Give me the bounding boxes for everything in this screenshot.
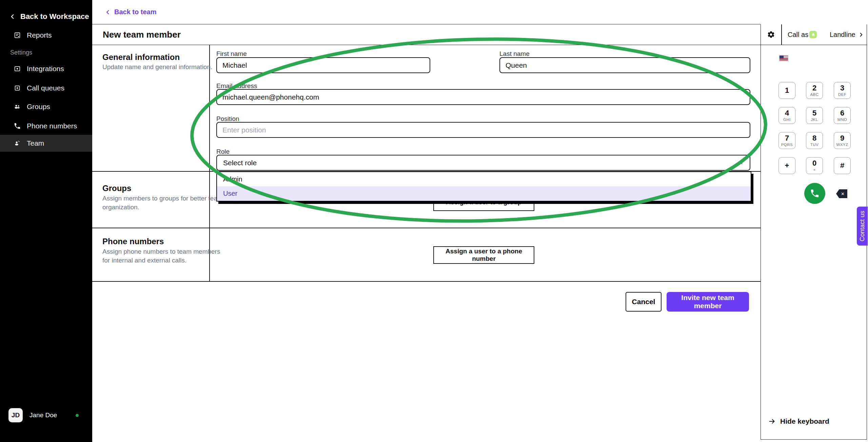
role-select-value: Select role — [223, 159, 257, 167]
dialpad-key-9[interactable]: 9WXYZ — [834, 132, 851, 149]
key-digit: 3 — [840, 84, 844, 92]
dialpad-key-6[interactable]: 6MNO — [834, 107, 851, 124]
assign-phone-button[interactable]: Assign a user to a phone number — [433, 246, 534, 264]
key-digit: 0 — [812, 160, 816, 167]
sidebar-item-label: Groups — [27, 103, 50, 111]
reports-icon — [14, 31, 21, 39]
sidebar-item-team[interactable]: Team — [0, 135, 92, 152]
dialpad-key-5[interactable]: 5JKL — [806, 107, 823, 124]
key-letters: DEF — [838, 92, 847, 97]
key-digit: 5 — [812, 109, 816, 117]
titlebar: New team member — [92, 24, 761, 45]
arrow-right-icon — [768, 418, 776, 425]
call-as-label: Call as — [788, 31, 808, 39]
last-name-input[interactable] — [499, 57, 750, 73]
position-label: Position — [216, 115, 239, 123]
email-input[interactable] — [216, 89, 750, 105]
role-label: Role — [216, 148, 230, 155]
sidebar-item-phone-numbers[interactable]: Phone numbers — [0, 119, 92, 133]
current-user[interactable]: JD Jane Doe — [8, 408, 81, 422]
invite-button[interactable]: Invite new team member — [667, 292, 749, 312]
house-icon — [811, 33, 815, 37]
topbar-separator — [781, 24, 782, 45]
position-input[interactable] — [216, 122, 750, 138]
key-digit: 9 — [840, 134, 844, 142]
chevron-up-icon — [737, 160, 744, 166]
dialpad-key-1[interactable]: 1 — [778, 82, 795, 99]
dialpad-key-7[interactable]: 7PQRS — [778, 132, 795, 149]
dialpad-key-3[interactable]: 3DEF — [834, 82, 851, 99]
key-letters: + — [813, 168, 815, 172]
phone-numbers-icon — [14, 122, 21, 130]
key-digit: + — [785, 162, 789, 169]
sidebar-item-label: Phone numbers — [27, 122, 77, 130]
dialpad-key-plus[interactable]: + — [778, 157, 795, 174]
contact-us-tab[interactable]: Contact us — [857, 207, 868, 246]
back-to-workspace-link[interactable]: Back to Workspace — [9, 12, 89, 21]
sidebar-item-label: Call queues — [27, 84, 64, 92]
role-option-admin[interactable]: Admin — [217, 172, 751, 186]
section-divider — [92, 228, 761, 228]
dialpad-key-0[interactable]: 0+ — [806, 157, 823, 174]
first-name-input[interactable] — [216, 57, 430, 73]
sidebar-item-groups[interactable]: Groups — [0, 99, 92, 114]
role-select[interactable]: Select role — [216, 155, 750, 171]
key-letters: JKL — [811, 118, 818, 122]
chevron-left-icon — [9, 13, 16, 20]
hide-keyboard-label: Hide keyboard — [780, 417, 829, 425]
first-name-label: First name — [216, 50, 247, 58]
integrations-icon — [14, 65, 21, 72]
key-digit: 7 — [785, 134, 789, 142]
sidebar-item-label: Integrations — [27, 65, 64, 73]
call-button[interactable] — [804, 183, 825, 204]
gear-icon[interactable] — [767, 30, 775, 39]
last-name-label: Last name — [499, 50, 530, 58]
key-digit: 2 — [812, 84, 816, 92]
sidebar-item-call-queues[interactable]: Call queues — [0, 81, 92, 96]
key-digit: 4 — [785, 109, 789, 117]
sidebar: Back to Workspace Reports Settings Integ… — [0, 0, 92, 442]
online-status-dot — [76, 414, 79, 417]
section-title-groups: Groups — [102, 184, 131, 193]
flag-canton — [780, 56, 784, 58]
dialpad-key-4[interactable]: 4GHI — [778, 107, 795, 124]
dialer-panel: Call as Landline 1 2ABC 3DEF 4GHI 5JKL 6… — [761, 24, 867, 440]
back-to-team-link[interactable]: Back to team — [104, 8, 157, 16]
backspace-x: ✕ — [841, 191, 845, 196]
section-desc-phones: Assign phone numbers to team members for… — [102, 247, 223, 265]
key-letters: PQRS — [781, 143, 793, 147]
main-area: Back to team New team member General inf… — [92, 0, 761, 442]
sidebar-item-reports[interactable]: Reports — [0, 28, 92, 43]
key-digit: # — [840, 162, 844, 169]
back-strip: Back to team — [92, 0, 761, 24]
line-type-badge[interactable] — [809, 31, 817, 38]
back-to-team-label: Back to team — [114, 8, 157, 16]
cancel-button[interactable]: Cancel — [626, 292, 662, 312]
phone-icon — [810, 188, 820, 198]
avatar[interactable]: JD — [8, 408, 23, 422]
call-queues-icon — [14, 84, 21, 92]
section-title-general: General information — [102, 52, 180, 62]
role-option-user[interactable]: User — [217, 186, 751, 201]
sidebar-item-label: Team — [27, 139, 44, 147]
sidebar-section-settings: Settings — [10, 49, 32, 56]
chevron-left-icon — [104, 9, 111, 16]
dialpad-key-hash[interactable]: # — [834, 157, 851, 174]
page-title: New team member — [103, 29, 181, 40]
key-letters: TUV — [810, 143, 819, 147]
us-flag-icon[interactable] — [779, 55, 788, 61]
sidebar-item-integrations[interactable]: Integrations — [0, 61, 92, 76]
hide-keyboard-button[interactable]: Hide keyboard — [768, 417, 829, 425]
contact-us-label: Contact us — [859, 211, 866, 241]
key-digit: 6 — [840, 109, 844, 117]
backspace-icon[interactable]: ✕ — [836, 189, 847, 198]
line-label: Landline — [830, 31, 855, 39]
form-content: General information Update name and gene… — [92, 45, 761, 442]
dialpad-key-8[interactable]: 8TUV — [806, 132, 823, 149]
key-digit: 1 — [785, 87, 789, 94]
groups-icon — [14, 103, 21, 110]
dialpad-key-2[interactable]: 2ABC — [806, 82, 823, 99]
key-digit: 8 — [812, 134, 816, 142]
key-letters: MNO — [837, 118, 847, 122]
chevron-right-icon[interactable] — [858, 31, 864, 38]
